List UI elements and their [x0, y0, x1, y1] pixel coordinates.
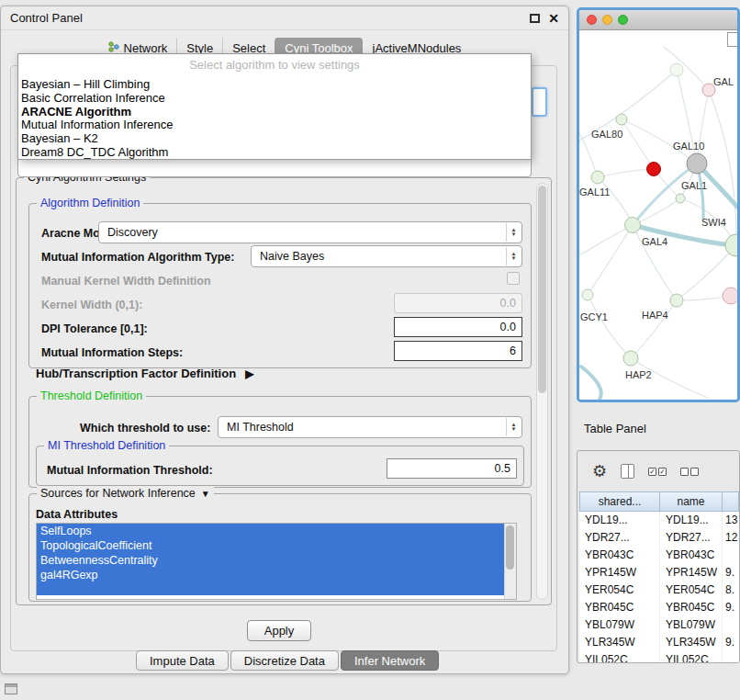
column-header-2[interactable] [723, 491, 739, 512]
table-row[interactable]: YLR345WYLR345W9. [579, 634, 739, 651]
gear-icon[interactable]: ⚙ [592, 463, 607, 480]
settings-scrollbar[interactable] [536, 183, 548, 600]
network-edge[interactable] [579, 225, 633, 255]
network-edge[interactable] [588, 225, 633, 295]
network-node[interactable] [670, 63, 683, 76]
attribute-item-topologicalcoefficient[interactable]: TopologicalCoefficient [37, 538, 504, 553]
table-panel-window: ⚙ ✓✓ shared...name YDL19...YDL19...13YDR… [577, 450, 740, 663]
network-edge[interactable] [633, 164, 697, 225]
network-node[interactable] [616, 114, 627, 125]
table-cell: 8. [723, 581, 739, 599]
network-edge[interactable] [579, 133, 598, 177]
close-icon[interactable]: ✕ [548, 12, 559, 25]
list-scrollbar-thumb[interactable] [506, 525, 514, 570]
bottom-tab-infer-network[interactable]: Infer Network [341, 650, 439, 671]
network-node[interactable] [725, 234, 737, 256]
table-cell: YBR045C [579, 599, 660, 616]
table-cell: YLR345W [579, 634, 660, 651]
zoom-traffic-light-icon[interactable] [618, 15, 628, 25]
node-label-swi4: SWI4 [701, 217, 726, 228]
table-row[interactable]: YBR045CYBR045C9. [579, 599, 739, 616]
network-edge[interactable] [581, 367, 601, 400]
algorithm-option-aracne-algorithm[interactable]: ARACNE Algorithm [18, 106, 531, 119]
table-row[interactable]: YDR27...YDR27...12 [579, 529, 739, 547]
algorithm-option-bayesian-k2[interactable]: Bayesian – K2 [18, 132, 531, 146]
algorithm-option-mutual-information-inference[interactable]: Mutual Information Inference [18, 119, 531, 132]
columns-icon[interactable] [621, 464, 634, 479]
attribute-item-betweennesscentrality[interactable]: BetweennessCentrality [37, 553, 504, 568]
attribute-item-selfloops[interactable]: SelfLoops [37, 524, 504, 538]
node-label-gal11: GAL11 [579, 186, 610, 198]
network-edge[interactable] [709, 90, 736, 234]
dpi-tolerance-field[interactable]: 0.0 [394, 317, 522, 337]
table-cell: YER054C [579, 581, 660, 599]
algorithm-option-bayesian-hill-climbing[interactable]: Bayesian – Hill Climbing [18, 78, 531, 92]
which-threshold-combo[interactable]: MI Threshold ▲▼ [218, 416, 522, 438]
scrollbar-thumb[interactable] [538, 186, 546, 393]
network-node[interactable] [625, 218, 641, 233]
hub-definition-toggle[interactable]: Hub/Transcription Factor Definition▶ [36, 367, 253, 380]
network-edge[interactable] [598, 169, 654, 177]
mi-type-value: Naive Bayes [260, 250, 324, 263]
network-node[interactable] [670, 294, 683, 307]
algorithm-dropdown-popup: Select algorithm to view settings Bayesi… [17, 53, 532, 160]
attribute-item-gal4rgexp[interactable]: gal4RGexp [37, 568, 504, 582]
apply-button[interactable]: Apply [247, 620, 311, 641]
bottom-tab-impute-data[interactable]: Impute Data [136, 650, 229, 671]
data-attributes-list[interactable]: SelfLoopsTopologicalCoefficientBetweenne… [36, 523, 517, 600]
network-edge[interactable] [697, 90, 709, 164]
list-scrollbar[interactable] [504, 524, 516, 599]
kernel-width-field[interactable]: 0.0 [394, 293, 522, 313]
network-node[interactable] [623, 351, 638, 366]
table-row[interactable]: YER054CYER054C8. [579, 581, 739, 599]
attribute-item-partial[interactable] [37, 582, 504, 595]
table-cell: YBR045C [660, 599, 723, 616]
table-cell: YER054C [660, 581, 723, 599]
minimize-traffic-light-icon[interactable] [602, 15, 612, 25]
table-row[interactable]: YIL052CYIL052C [579, 651, 739, 663]
select-checks-icon[interactable]: ✓✓ [648, 468, 667, 476]
mi-steps-field[interactable]: 6 [394, 341, 522, 361]
dpi-tolerance-label: DPI Tolerance [0,1]: [41, 322, 148, 335]
network-node[interactable] [723, 288, 737, 304]
table-row[interactable]: YBR043CYBR043C [579, 547, 739, 564]
network-canvas[interactable]: GALGAL80GAL10GAL11GAL1SWI4GAL4GCY1HAP4HA… [579, 30, 737, 400]
network-node[interactable] [687, 153, 707, 174]
control-panel-titlebar: Control Panel ✕ [1, 6, 568, 30]
algorithm-option-dream8-dc-tdc-algorithm[interactable]: Dream8 DC_TDC Algorithm [18, 146, 531, 160]
network-node[interactable] [676, 194, 685, 203]
expanded-arrow-icon[interactable]: ▼ [201, 489, 210, 499]
network-node[interactable] [582, 289, 593, 300]
node-label-gal1: GAL1 [681, 180, 707, 191]
table-row[interactable]: YPR145WYPR145W9. [579, 564, 739, 581]
mi-threshold-field[interactable]: 0.5 [387, 458, 517, 479]
aracne-mode-combo[interactable]: Discovery ▲▼ [98, 221, 522, 243]
close-traffic-light-icon[interactable] [587, 15, 597, 25]
empty-checks-icon[interactable] [680, 468, 699, 476]
table-row[interactable]: YBL079WYBL079W [579, 616, 739, 634]
float-window-icon[interactable] [530, 14, 540, 23]
birdseye-toggle[interactable] [727, 32, 738, 47]
network-node[interactable] [591, 171, 604, 184]
table-row[interactable]: YDL19...YDL19...13 [579, 512, 739, 529]
table-cell: YBL079W [579, 616, 660, 634]
focused-spinner-fragment[interactable] [532, 87, 547, 117]
column-header-shared-[interactable]: shared... [579, 491, 660, 512]
network-edge[interactable] [598, 177, 633, 225]
screen: Control Panel ✕ NetworkStyleSelectCyni T… [0, 0, 740, 700]
table-cell: YDL19... [579, 512, 660, 529]
network-edge[interactable] [588, 295, 631, 358]
network-window-titlebar[interactable] [579, 10, 737, 30]
which-threshold-label: Which threshold to use: [80, 422, 210, 435]
collapsed-arrow-icon[interactable]: ▶ [245, 367, 253, 380]
sources-group-title[interactable]: Sources for Network Inference▼ [37, 487, 214, 500]
manual-kernel-checkbox[interactable] [507, 272, 520, 285]
bottom-tab-discretize-data[interactable]: Discretize Data [230, 650, 339, 671]
algorithm-option-basic-correlation-inference[interactable]: Basic Correlation Inference [18, 92, 531, 106]
table-cell: YIL052C [579, 651, 660, 663]
network-node[interactable] [647, 163, 661, 176]
mi-type-combo[interactable]: Naive Bayes ▲▼ [251, 245, 522, 267]
docked-panel-icon[interactable] [5, 683, 17, 694]
column-header-name[interactable]: name [660, 491, 723, 512]
mi-steps-label: Mutual Information Steps: [41, 346, 183, 359]
